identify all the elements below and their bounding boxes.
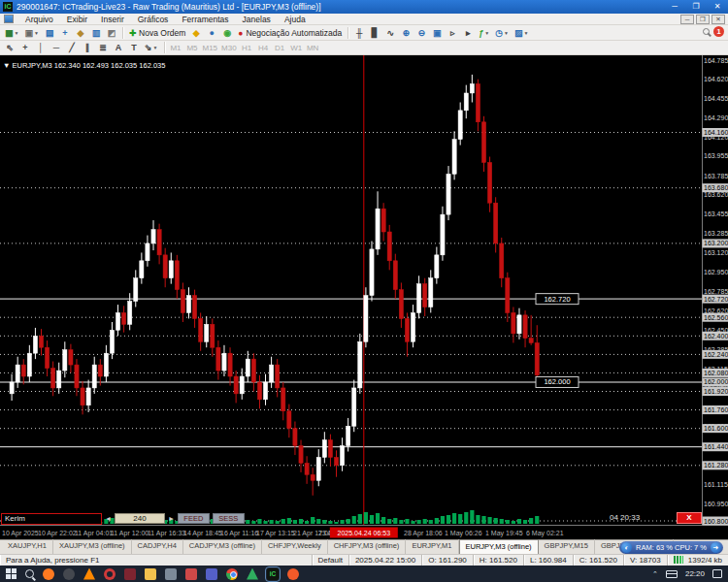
bar-chart-button[interactable]: ╫: [351, 26, 367, 40]
mdi-restore-button[interactable]: ❐: [696, 15, 710, 24]
taskbar-app-app-green[interactable]: [247, 568, 258, 580]
chart-shift-button[interactable]: ▸: [460, 26, 476, 40]
feed-button[interactable]: FEED: [178, 513, 210, 524]
timeframe-button-m5[interactable]: M5: [184, 42, 201, 54]
timeframe-button-mn[interactable]: MN: [305, 42, 321, 54]
chart-tab-xaujpy[interactable]: XAUJPY,M3 (offline): [53, 539, 132, 554]
trendline-button[interactable]: ╱: [64, 41, 80, 54]
fibonacci-button[interactable]: ≣: [95, 41, 111, 54]
new-chart-button[interactable]: ▦▼: [2, 26, 21, 40]
mdi-minimize-button[interactable]: ─: [680, 15, 694, 24]
candlestick-chart-button[interactable]: ▊: [367, 26, 382, 40]
candle: [293, 429, 297, 446]
templates-button[interactable]: ▨▼: [512, 26, 531, 40]
news-alerts-button[interactable]: ◉: [219, 26, 235, 40]
price-chart[interactable]: 164.785164.620164.455164.290164.120163.9…: [0, 55, 728, 539]
menu-item-janelas[interactable]: Janelas: [236, 14, 278, 25]
line-chart-button[interactable]: ∿: [382, 26, 398, 40]
dropdown-arrow-icon: ▼: [153, 45, 158, 50]
tray-expand-button[interactable]: ⌃: [652, 570, 658, 578]
taskbar-clock[interactable]: 22:20: [685, 569, 705, 578]
taskbar-app-opera[interactable]: [104, 568, 116, 580]
new-order-button[interactable]: ✚ Nova Ordem: [126, 26, 188, 40]
vertical-line-button[interactable]: │: [33, 41, 49, 54]
periods-button[interactable]: ◷▼: [492, 26, 512, 40]
mql5-community-button[interactable]: ●: [204, 26, 219, 40]
strategy-tester-button[interactable]: ◩: [104, 26, 119, 40]
taskbar-app-firefox[interactable]: [43, 568, 54, 580]
kerim-close-button[interactable]: X: [677, 512, 702, 524]
maximize-button[interactable]: ❐: [685, 0, 707, 14]
timeframe-button-m30[interactable]: M30: [219, 42, 239, 54]
navigator-button[interactable]: ◆: [73, 26, 88, 40]
mdi-close-button[interactable]: ✕: [711, 15, 725, 24]
next-arrow-button[interactable]: ►: [168, 515, 175, 522]
taskbar-search-button[interactable]: [25, 569, 34, 578]
menu-item-arquivo[interactable]: Arquivo: [18, 14, 60, 25]
menu-item-ajuda[interactable]: Ajuda: [278, 14, 313, 25]
action-center-button[interactable]: [712, 569, 722, 578]
taskbar-app-app-dark[interactable]: [63, 568, 75, 580]
equidistant-channel-button[interactable]: ∥: [80, 41, 95, 54]
auto-scroll-button[interactable]: ▹: [445, 26, 460, 40]
kerim-value-box[interactable]: 240: [115, 513, 165, 524]
profile-segment[interactable]: Default: [312, 555, 348, 566]
taskbar-app-ictrading[interactable]: iC: [267, 568, 279, 580]
data-window-button[interactable]: +: [57, 26, 73, 40]
chart-tab-xaujpy[interactable]: XAUJPY,H1: [2, 539, 53, 554]
metaeditor-button[interactable]: ◆: [188, 26, 204, 40]
terminal-button[interactable]: ▥: [88, 26, 104, 40]
chart-area[interactable]: 164.785164.620164.455164.290164.120163.9…: [0, 55, 728, 539]
tile-windows-icon: ▣: [433, 28, 442, 38]
taskbar-app-brave[interactable]: [287, 568, 299, 580]
chart-tab-eurjpy[interactable]: EURJPY,M1: [406, 539, 458, 554]
prev-arrow-button[interactable]: ◄: [105, 515, 112, 522]
touch-keyboard-icon[interactable]: [666, 570, 678, 578]
horizontal-line-button[interactable]: ─: [49, 41, 64, 54]
monitor-left-icon[interactable]: ◐: [621, 542, 632, 553]
text-button[interactable]: A: [111, 41, 126, 54]
sess-button[interactable]: SESS: [213, 513, 245, 524]
chart-tab-cadjpy[interactable]: CADJPY,H4: [132, 539, 183, 554]
chart-tab-chfjpy[interactable]: CHFJPY,M3 (offline): [328, 539, 407, 554]
indicators-button[interactable]: ƒ▼: [476, 26, 492, 40]
timeframe-button-d1[interactable]: D1: [272, 42, 288, 54]
cursor-button[interactable]: ⇖: [2, 41, 17, 54]
search-icon[interactable]: [703, 28, 710, 35]
label-button[interactable]: T: [126, 41, 142, 54]
menu-item-inserir[interactable]: Inserir: [94, 14, 131, 25]
market-watch-button[interactable]: ▤: [42, 26, 57, 40]
zoom-out-button[interactable]: ⊖: [414, 26, 429, 40]
close-button[interactable]: ✕: [707, 0, 728, 14]
taskbar-app-calculator[interactable]: [165, 568, 177, 580]
taskbar-app-app-indigo[interactable]: [206, 568, 217, 580]
chart-tab-eurjpy[interactable]: EURJPY,M3 (offline): [459, 539, 539, 554]
minimize-button[interactable]: ─: [664, 0, 685, 14]
arrows-button[interactable]: ⇘▼: [142, 41, 161, 54]
taskbar-app-app-maroon[interactable]: [124, 568, 136, 580]
chart-tab-cadjpy[interactable]: CADJPY,M3 (offline): [183, 539, 262, 554]
notifications-badge[interactable]: 1: [713, 26, 724, 37]
menu-item-grficos[interactable]: Gráficos: [131, 14, 176, 25]
volume-bar: [487, 517, 491, 524]
zoom-in-button[interactable]: ⊕: [398, 26, 414, 40]
taskbar-app-chrome[interactable]: [226, 568, 238, 580]
taskbar-app-vlc[interactable]: [83, 568, 95, 580]
timeframe-button-h1[interactable]: H1: [239, 42, 255, 54]
timeframe-button-m15[interactable]: M15: [201, 42, 220, 54]
start-button[interactable]: [6, 568, 17, 579]
profiles-button[interactable]: ▣▼: [21, 26, 41, 40]
tile-windows-button[interactable]: ▣: [429, 26, 445, 40]
chart-tab-gbpjpy[interactable]: GBPJPY,M15: [539, 539, 595, 554]
chart-tab-chfjpy[interactable]: CHFJPY,Weekly: [262, 539, 328, 554]
monitor-right-icon[interactable]: ➜: [711, 542, 721, 553]
menu-item-ferramentas[interactable]: Ferramentas: [175, 14, 235, 25]
taskbar-app-file-explorer[interactable]: [145, 568, 156, 580]
timeframe-button-w1[interactable]: W1: [288, 42, 305, 54]
autotrading-button[interactable]: ● Negociação Automatizada: [235, 26, 345, 40]
timeframe-button-m1[interactable]: M1: [168, 42, 184, 54]
crosshair-button[interactable]: +: [17, 41, 33, 54]
timeframe-button-h4[interactable]: H4: [255, 42, 272, 54]
menu-item-exibir[interactable]: Exibir: [60, 14, 94, 25]
taskbar-app-app-red[interactable]: [185, 568, 197, 580]
